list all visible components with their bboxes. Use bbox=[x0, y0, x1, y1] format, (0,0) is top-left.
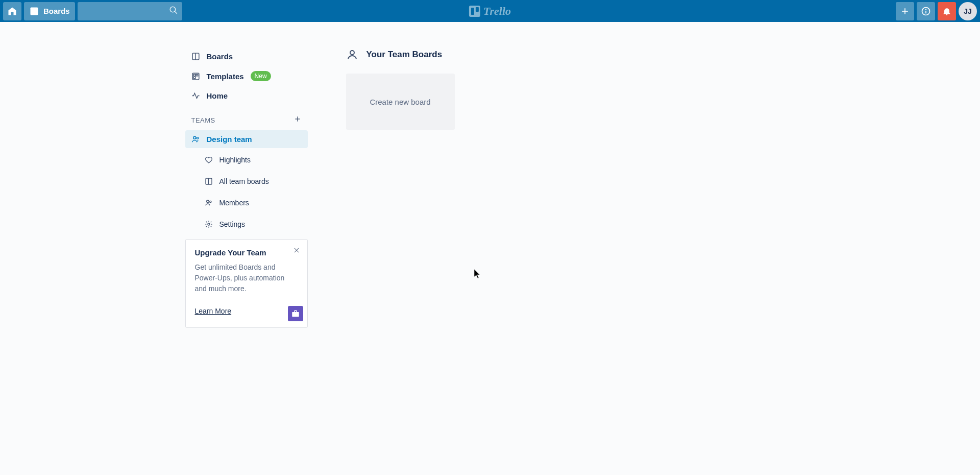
create-board-label: Create new board bbox=[370, 98, 430, 106]
topbar: Boards Trello JJ bbox=[0, 0, 980, 22]
label: Boards bbox=[207, 52, 233, 61]
svg-rect-14 bbox=[193, 74, 195, 76]
sidebar-item-templates[interactable]: Templates New bbox=[185, 66, 308, 86]
briefcase-icon bbox=[291, 309, 300, 318]
svg-point-3 bbox=[170, 7, 176, 12]
people-icon bbox=[205, 199, 213, 207]
svg-rect-1 bbox=[32, 9, 34, 14]
teams-heading: TEAMS bbox=[191, 116, 215, 124]
notifications-button[interactable] bbox=[938, 2, 956, 20]
close-button[interactable] bbox=[293, 247, 300, 256]
svg-point-10 bbox=[946, 14, 948, 15]
bell-icon bbox=[942, 6, 952, 16]
person-icon bbox=[346, 49, 358, 61]
upgrade-card: Upgrade Your Team Get unlimited Boards a… bbox=[185, 239, 308, 328]
svg-point-29 bbox=[350, 51, 354, 55]
close-icon bbox=[293, 247, 300, 254]
svg-rect-16 bbox=[193, 77, 195, 79]
team-item-design[interactable]: Design team bbox=[185, 130, 308, 148]
upgrade-title: Upgrade Your Team bbox=[195, 248, 298, 257]
svg-point-19 bbox=[193, 136, 195, 139]
create-board-tile[interactable]: Create new board bbox=[346, 74, 455, 130]
home-button[interactable] bbox=[3, 2, 21, 20]
heart-icon bbox=[205, 156, 213, 164]
team-name: Design team bbox=[207, 135, 252, 144]
logo[interactable]: Trello bbox=[469, 5, 511, 18]
svg-line-4 bbox=[175, 11, 177, 14]
sidebar: Boards Templates New Home TEAMS Design t… bbox=[185, 48, 308, 328]
boards-label: Boards bbox=[43, 7, 70, 15]
plus-icon bbox=[900, 6, 910, 16]
info-button[interactable] bbox=[917, 2, 935, 20]
briefcase-badge bbox=[288, 306, 303, 321]
label: Members bbox=[219, 199, 249, 207]
main: Your Team Boards Create new board bbox=[346, 48, 795, 328]
search-input[interactable] bbox=[82, 7, 178, 15]
home-icon bbox=[7, 6, 17, 16]
gear-icon bbox=[205, 220, 213, 228]
search-icon bbox=[169, 6, 178, 17]
main-title: Your Team Boards bbox=[366, 50, 443, 60]
label: Templates bbox=[207, 72, 244, 81]
boards-button[interactable]: Boards bbox=[24, 2, 75, 20]
svg-point-20 bbox=[197, 137, 199, 139]
pulse-icon bbox=[191, 91, 200, 100]
create-button[interactable] bbox=[896, 2, 914, 20]
boards-icon bbox=[29, 6, 39, 16]
info-icon bbox=[921, 6, 931, 16]
board-icon bbox=[205, 177, 213, 185]
add-team-button[interactable] bbox=[293, 115, 302, 125]
svg-rect-0 bbox=[31, 7, 38, 15]
team-settings[interactable]: Settings bbox=[185, 213, 308, 235]
plus-icon bbox=[293, 115, 302, 123]
team-members[interactable]: Members bbox=[185, 192, 308, 213]
team-highlights[interactable]: Highlights bbox=[185, 149, 308, 171]
board-icon bbox=[191, 52, 200, 61]
avatar[interactable]: JJ bbox=[959, 2, 977, 20]
sidebar-item-boards[interactable]: Boards bbox=[185, 48, 308, 65]
learn-more-link[interactable]: Learn More bbox=[195, 307, 232, 315]
new-badge: New bbox=[251, 71, 271, 81]
svg-point-24 bbox=[209, 201, 211, 202]
people-icon bbox=[191, 135, 200, 144]
logo-icon bbox=[469, 6, 480, 17]
upgrade-text: Get unlimited Boards and Power-Ups, plus… bbox=[195, 262, 298, 294]
label: All team boards bbox=[219, 177, 269, 185]
svg-point-8 bbox=[925, 9, 927, 10]
search-box[interactable] bbox=[78, 2, 182, 20]
team-all-boards[interactable]: All team boards bbox=[185, 171, 308, 192]
svg-rect-15 bbox=[196, 74, 198, 76]
label: Highlights bbox=[219, 156, 251, 164]
template-icon bbox=[191, 72, 200, 81]
svg-point-23 bbox=[206, 200, 209, 203]
svg-rect-2 bbox=[35, 9, 37, 12]
sidebar-item-home[interactable]: Home bbox=[185, 87, 308, 105]
logo-text: Trello bbox=[483, 5, 511, 18]
label: Settings bbox=[219, 220, 246, 228]
label: Home bbox=[207, 91, 228, 100]
svg-point-25 bbox=[208, 223, 210, 225]
svg-rect-28 bbox=[292, 312, 299, 317]
main-header: Your Team Boards bbox=[346, 49, 795, 61]
